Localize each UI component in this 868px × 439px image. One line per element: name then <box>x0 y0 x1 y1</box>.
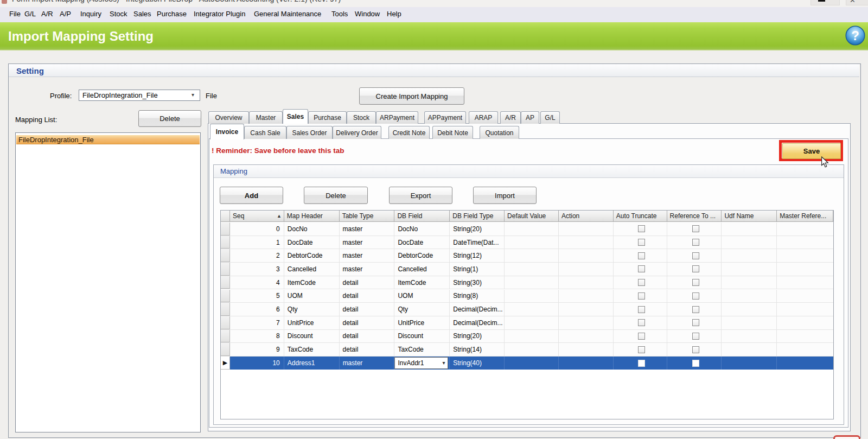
svg-text:?: ? <box>851 28 859 43</box>
